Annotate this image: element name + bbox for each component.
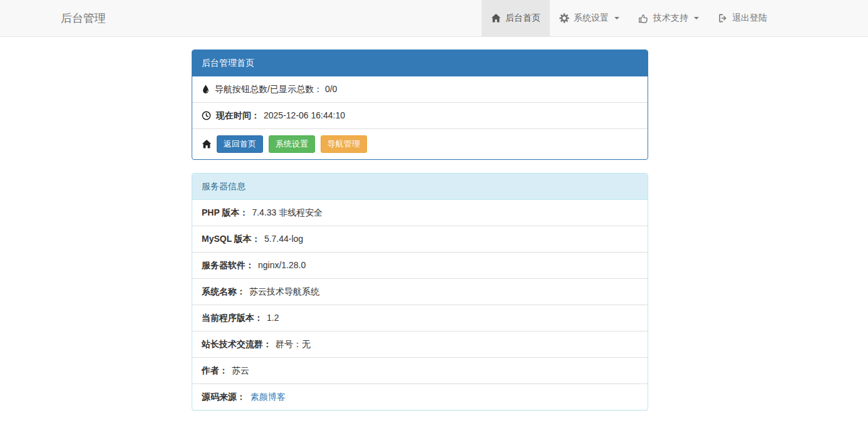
brand-title[interactable]: 后台管理 [61,0,106,36]
system-settings-button[interactable]: 系统设置 [269,135,315,153]
current-time-value: 2025-12-06 16:44:10 [264,109,345,122]
nav-item-label: 技术支持 [653,13,688,24]
nav-manage-button[interactable]: 导航管理 [321,135,367,153]
nav-count-row: 导航按钮总数/已显示总数： 0/0 [192,76,648,102]
nav-item-label: 退出登陆 [732,13,767,24]
sign-out-icon [718,13,728,23]
top-navbar: 后台管理 后台首页 [0,0,868,37]
quick-links-row: 返回首页 系统设置 导航管理 [192,128,648,159]
nav-item-tech-support[interactable]: 技术支持 [629,0,708,36]
server-info-panel: 服务器信息 PHP 版本： 7.4.33 非线程安全 MySQL 版本： 5.7… [192,173,648,410]
server-info-row-system-name: 系统名称： 苏云技术导航系统 [192,278,648,305]
nav-item-logout[interactable]: 退出登陆 [708,0,777,36]
current-time-row: 现在时间： 2025-12-06 16:44:10 [192,102,648,128]
home-icon [491,13,501,23]
server-info-row-software: 服务器软件： nginx/1.28.0 [192,252,648,278]
tint-icon [202,85,210,94]
gear-icon [559,13,569,23]
chevron-down-icon [614,17,619,19]
thumbs-up-icon [638,13,649,24]
nav-item-admin-home[interactable]: 后台首页 [482,0,550,36]
nav-item-system-settings[interactable]: 系统设置 [550,0,629,36]
home-icon [202,139,212,149]
nav-count-label: 导航按钮总数/已显示总数： [215,83,323,96]
source-blog-link[interactable]: 素颜博客 [251,390,286,404]
server-info-row-source: 源码来源： 素颜博客 [192,383,648,410]
nav-item-label: 后台首页 [505,13,540,24]
navbar-menu: 后台首页 [482,0,777,36]
admin-home-panel: 后台管理首页 导航按钮总数/已显示总数： 0/0 现在时间： 2025-12-0… [192,50,648,160]
current-time-label: 现在时间： [216,109,260,122]
server-info-row-php: PHP 版本： 7.4.33 非线程安全 [192,200,648,226]
main-content: 后台管理首页 导航按钮总数/已显示总数： 0/0 现在时间： 2025-12-0… [192,37,648,410]
server-info-panel-title: 服务器信息 [192,174,648,200]
clock-icon [202,111,211,120]
admin-home-panel-title: 后台管理首页 [192,50,648,76]
back-home-button[interactable]: 返回首页 [217,135,263,153]
chevron-down-icon [694,17,699,19]
nav-item-label: 系统设置 [574,13,609,24]
server-info-row-author: 作者： 苏云 [192,357,648,383]
server-info-row-qq-group: 站长技术交流群： 群号：无 [192,331,648,357]
server-info-row-version: 当前程序版本： 1.2 [192,305,648,331]
nav-count-value: 0/0 [325,83,337,96]
server-info-row-mysql: MySQL 版本： 5.7.44-log [192,226,648,252]
